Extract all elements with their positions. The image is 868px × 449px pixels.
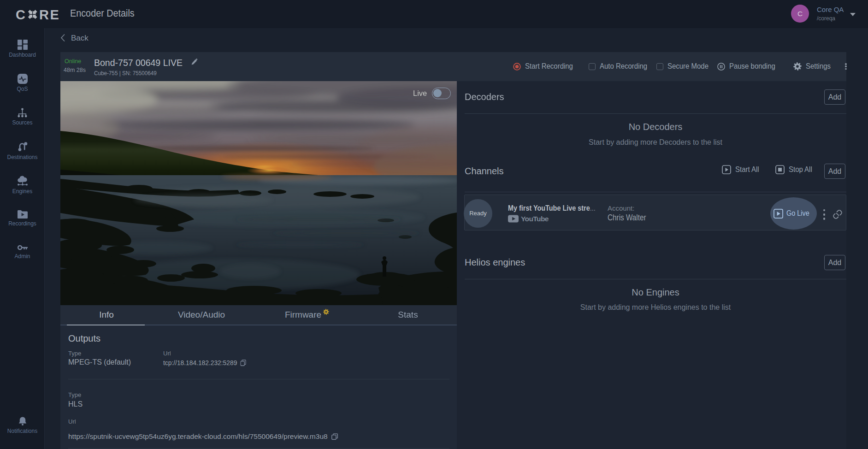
- svg-text:RE: RE: [39, 7, 60, 22]
- svg-text:YouTube: YouTube: [521, 215, 549, 223]
- svg-text:C: C: [16, 7, 25, 22]
